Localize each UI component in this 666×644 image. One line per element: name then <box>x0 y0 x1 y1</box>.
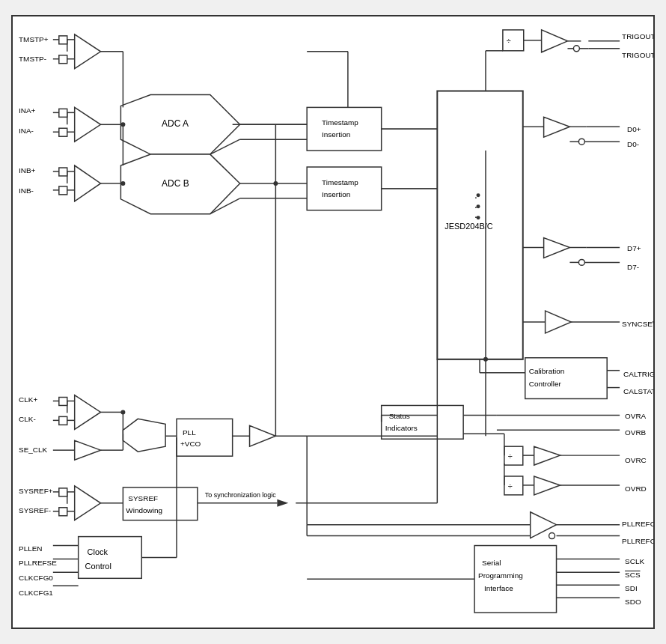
svg-text:D0+: D0+ <box>627 125 641 133</box>
svg-text:D7-: D7- <box>627 263 639 271</box>
svg-marker-173 <box>123 419 165 452</box>
svg-point-93 <box>573 46 579 52</box>
svg-text:SYSREF+: SYSREF+ <box>19 487 53 495</box>
svg-text:SYSREF: SYSREF <box>128 494 158 502</box>
svg-text:SCLK: SCLK <box>625 557 644 565</box>
svg-text:ADC B: ADC B <box>162 178 189 189</box>
svg-text:Timestamp: Timestamp <box>322 178 358 186</box>
svg-text:Windowing: Windowing <box>126 506 162 514</box>
svg-rect-158 <box>59 398 67 406</box>
svg-text:PLLREFSE: PLLREFSE <box>19 559 57 567</box>
svg-text:D7+: D7+ <box>627 244 641 252</box>
svg-marker-91 <box>542 30 568 52</box>
svg-rect-189 <box>59 508 67 516</box>
svg-rect-195 <box>123 487 198 520</box>
svg-text:TRIGOUT-: TRIGOUT- <box>622 51 655 59</box>
svg-rect-54 <box>59 168 67 176</box>
svg-rect-175 <box>177 419 233 456</box>
svg-text:Clock: Clock <box>88 547 109 556</box>
svg-text:Timestamp: Timestamp <box>322 118 358 127</box>
svg-text:CALSTAT: CALSTAT <box>623 387 655 395</box>
svg-text:Interface: Interface <box>484 584 513 592</box>
svg-text:Insertion: Insertion <box>322 130 350 139</box>
svg-rect-58 <box>59 186 67 195</box>
svg-marker-62 <box>75 165 101 201</box>
svg-text:·: · <box>474 210 477 222</box>
svg-rect-162 <box>59 416 67 425</box>
svg-marker-104 <box>544 117 570 137</box>
svg-text:Controller: Controller <box>529 380 562 388</box>
svg-text:Status: Status <box>389 412 410 420</box>
svg-text:PLLREFO+: PLLREFO+ <box>622 520 655 528</box>
block-diagram-svg: TMSTP+ TMSTP- INA+ INA- INB+ INB- CLK+ C… <box>13 16 653 628</box>
svg-rect-78 <box>307 167 382 210</box>
svg-point-226 <box>273 181 278 186</box>
svg-point-106 <box>578 139 584 145</box>
svg-rect-127 <box>382 405 463 439</box>
svg-text:ADC A: ADC A <box>162 118 189 129</box>
svg-text:To synchronization logic: To synchronization logic <box>205 491 276 499</box>
svg-marker-193 <box>75 486 101 520</box>
svg-text:OVRA: OVRA <box>625 412 647 420</box>
svg-text:INA-: INA- <box>19 127 34 135</box>
diagram-container: TMSTP+ TMSTP- INA+ INA- INB+ INB- CLK+ C… <box>11 15 655 629</box>
svg-marker-143 <box>534 476 560 495</box>
svg-rect-48 <box>59 128 67 136</box>
svg-text:Insertion: Insertion <box>322 190 350 198</box>
svg-rect-34 <box>59 36 67 44</box>
svg-text:PLL: PLL <box>183 428 196 437</box>
svg-rect-120 <box>525 358 607 399</box>
svg-rect-133 <box>504 446 523 465</box>
svg-text:Indicators: Indicators <box>385 424 418 432</box>
svg-marker-171 <box>75 440 101 460</box>
svg-text:SDO: SDO <box>625 598 641 606</box>
svg-rect-38 <box>59 55 67 64</box>
svg-text:SYNCSE\: SYNCSE\ <box>622 320 655 328</box>
svg-text:OVRB: OVRB <box>625 428 647 437</box>
svg-marker-180 <box>250 425 276 446</box>
svg-point-113 <box>578 259 584 265</box>
svg-marker-42 <box>75 34 101 69</box>
svg-text:CLKCFG0: CLKCFG0 <box>19 574 53 582</box>
svg-text:OVRC: OVRC <box>625 456 647 464</box>
svg-marker-111 <box>544 238 570 258</box>
svg-marker-52 <box>75 107 101 142</box>
svg-text:TMSTP+: TMSTP+ <box>19 35 49 43</box>
svg-rect-204 <box>79 537 142 579</box>
svg-text:+VCO: +VCO <box>180 440 201 448</box>
svg-text:SE_CLK: SE_CLK <box>19 446 47 454</box>
svg-rect-140 <box>504 476 523 495</box>
svg-text:INB-: INB- <box>19 186 34 195</box>
svg-text:INB+: INB+ <box>19 166 36 174</box>
svg-rect-185 <box>59 488 67 496</box>
svg-text:Calibration: Calibration <box>529 367 565 375</box>
svg-marker-136 <box>534 446 560 465</box>
svg-text:CLK-: CLK- <box>19 415 36 423</box>
svg-text:SCS: SCS <box>625 571 641 579</box>
svg-text:÷: ÷ <box>508 452 513 461</box>
svg-text:÷: ÷ <box>507 36 511 45</box>
svg-text:SYSREF-: SYSREF- <box>19 506 51 514</box>
svg-text:Control: Control <box>85 562 111 571</box>
svg-point-148 <box>549 533 555 539</box>
svg-text:PLLREFO-: PLLREFO- <box>622 537 655 545</box>
svg-text:÷: ÷ <box>508 482 513 490</box>
svg-text:CLK+: CLK+ <box>19 395 37 404</box>
svg-rect-44 <box>59 109 67 117</box>
svg-text:Serial: Serial <box>482 559 501 567</box>
svg-text:TRIGOUT+: TRIGOUT+ <box>622 32 655 40</box>
svg-text:SDI: SDI <box>625 584 638 592</box>
svg-text:INA+: INA+ <box>19 106 36 115</box>
svg-marker-166 <box>75 395 101 430</box>
svg-text:OVRD: OVRD <box>625 484 647 493</box>
svg-text:PLLEN: PLLEN <box>19 544 43 553</box>
svg-marker-199 <box>277 499 288 507</box>
svg-text:CALTRIG: CALTRIG <box>623 370 655 378</box>
svg-rect-75 <box>307 107 382 151</box>
svg-text:TMSTP-: TMSTP- <box>19 55 46 63</box>
svg-marker-118 <box>546 311 572 333</box>
svg-text:D0-: D0- <box>627 140 639 148</box>
svg-text:Programming: Programming <box>478 571 523 580</box>
svg-text:CLKCFG1: CLKCFG1 <box>19 589 53 597</box>
